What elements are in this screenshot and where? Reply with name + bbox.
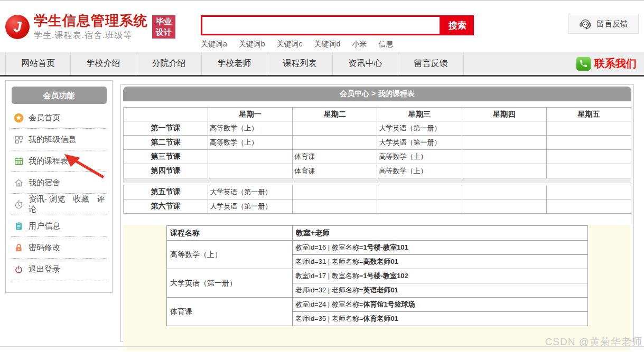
sidebar-title: 会员功能 xyxy=(12,87,107,104)
schedule-course-cell xyxy=(462,164,546,178)
sidebar-item-course-table[interactable]: 我的课程表 xyxy=(11,150,107,172)
schedule-course-cell xyxy=(462,150,546,164)
schedule-day-header: 星期一 xyxy=(208,108,293,121)
news-clock-icon xyxy=(14,199,24,210)
schedule-course-cell xyxy=(546,164,631,178)
schedule-course-cell: 高等数学（上） xyxy=(377,164,462,178)
schedule-body-morning: 第一节课高等数学（上）大学英语（第一册）第二节课高等数学（上）大学英语（第一册）… xyxy=(124,121,631,178)
main-nav: 网站首页学校介绍分院介绍学校老师课程列表资讯中心留言反馈 联系我们 xyxy=(0,52,644,77)
feedback-button[interactable]: 留言反馈 xyxy=(568,14,639,34)
logout-power-icon xyxy=(14,264,24,274)
schedule-header-row: 星期一星期二星期三星期四星期五 xyxy=(124,108,631,121)
schedule-course-cell xyxy=(546,121,631,136)
sidebar-item-news[interactable]: 资讯- 浏览 收藏 评论 xyxy=(11,194,107,215)
schedule-course-cell: 高等数学（上） xyxy=(377,150,462,164)
graduation-badge: 毕业 设计 xyxy=(152,15,175,39)
sidebar-item-label: 用户信息 xyxy=(29,221,60,231)
sidebar-item-label: 密码修改 xyxy=(29,243,60,253)
schedule-section: 星期一星期二星期三星期四星期五 第一节课高等数学（上）大学英语（第一册）第二节课… xyxy=(123,107,631,214)
schedule-course-cell xyxy=(546,199,631,214)
class-info-icon xyxy=(14,135,24,145)
detail-info-cell: 教室id=24 | 教室名称=体育馆1号篮球场 xyxy=(293,298,588,312)
schedule-course-cell xyxy=(546,150,631,164)
schedule-slot-label: 第五节课 xyxy=(124,185,208,199)
nav-item-4[interactable]: 学校老师 xyxy=(202,52,267,75)
detail-row: 高等数学（上）教室id=16 | 教室名称=1号楼-教室101 xyxy=(167,241,588,255)
member-home-icon xyxy=(14,113,24,123)
sidebar-item-class-info[interactable]: 我的班级信息 xyxy=(11,129,107,150)
nav-item-6[interactable]: 资讯中心 xyxy=(333,52,398,75)
sidebar-item-label: 资讯- 浏览 收藏 评论 xyxy=(29,194,107,214)
sidebar-item-logout[interactable]: 退出登录 xyxy=(11,259,107,280)
site-subtitle: 学生.课程表.宿舍.班级等 xyxy=(34,30,148,41)
sidebar-item-dorm[interactable]: 我的宿舍 xyxy=(11,172,107,194)
header: J 学生信息管理系统 学生.课程表.宿舍.班级等 毕业 设计 搜索 关键词a关键… xyxy=(0,1,644,52)
sidebar-item-label: 会员首页 xyxy=(29,113,60,123)
contact-us-label: 联系我们 xyxy=(594,56,637,71)
detail-info-prefix: 老师id=35 | 老师名称= xyxy=(295,315,363,322)
nav-item-7[interactable]: 留言反馈 xyxy=(398,52,464,75)
detail-info-cell: 老师id=32 | 老师名称=英语老师01 xyxy=(293,283,588,298)
customer-service-icon xyxy=(578,17,592,31)
schedule-break-band xyxy=(123,178,631,183)
course-table-icon xyxy=(14,156,24,166)
schedule-slot-label: 第三节课 xyxy=(124,150,208,164)
detail-info-value: 1号楼-教室102 xyxy=(363,272,408,280)
schedule-course-cell: 大学英语（第一册） xyxy=(208,199,293,214)
schedule-course-cell: 大学英语（第一册） xyxy=(377,136,462,150)
nav-item-1[interactable]: 网站首页 xyxy=(5,52,71,75)
detail-info-cell: 教室id=17 | 教室名称=1号楼-教室102 xyxy=(293,269,588,283)
site-title: 学生信息管理系统 xyxy=(34,13,148,28)
schedule-course-cell: 大学英语（第一册） xyxy=(208,185,293,199)
schedule-course-cell xyxy=(293,136,377,150)
schedule-body-afternoon: 第五节课大学英语（第一册）第六节课大学英语（第一册） xyxy=(124,185,631,214)
detail-row: 大学英语（第一册）教室id=17 | 教室名称=1号楼-教室102 xyxy=(167,269,588,283)
schedule-course-cell xyxy=(462,121,546,136)
sidebar-item-label: 我的宿舍 xyxy=(29,178,60,188)
schedule-course-cell xyxy=(293,121,377,136)
detail-course-name: 高等数学（上） xyxy=(167,241,293,269)
nav-item-2[interactable]: 学校介绍 xyxy=(71,52,136,75)
nav-items: 网站首页学校介绍分院介绍学校老师课程列表资讯中心留言反馈 xyxy=(5,52,464,75)
detail-info-prefix: 教室id=16 | 教室名称= xyxy=(295,243,363,251)
detail-info-cell: 教室id=16 | 教室名称=1号楼-教室101 xyxy=(293,241,588,255)
detail-info-value: 1号楼-教室101 xyxy=(363,243,408,251)
schedule-slot-label: 第二节课 xyxy=(124,136,208,150)
schedule-course-cell: 体育课 xyxy=(293,150,377,164)
sidebar-item-password[interactable]: 密码修改 xyxy=(11,237,107,259)
schedule-course-cell xyxy=(546,185,631,199)
search-keyword-1[interactable]: 关键词a xyxy=(201,40,227,49)
search-keyword-4[interactable]: 关键词d xyxy=(314,40,341,49)
search-keywords: 关键词a关键词b关键词c关键词d小米信息 xyxy=(201,40,474,49)
search-button[interactable]: 搜索 xyxy=(441,15,474,35)
search-keyword-5[interactable]: 小米 xyxy=(352,40,367,49)
schedule-day-header: 星期三 xyxy=(377,108,462,121)
detail-header-row: 课程名称 教室+老师 xyxy=(167,226,588,241)
user-info-icon xyxy=(14,221,24,231)
sidebar-item-member-home[interactable]: 会员首页 xyxy=(11,107,107,129)
sidebar-item-label: 我的课程表 xyxy=(29,156,68,166)
schedule-row: 第二节课高等数学（上）大学英语（第一册） xyxy=(124,136,631,150)
badge-line-1: 毕业 xyxy=(156,16,172,27)
detail-header-room-teacher: 教室+老师 xyxy=(293,226,588,241)
logo-link[interactable]: J 学生信息管理系统 学生.课程表.宿舍.班级等 毕业 设计 xyxy=(5,13,175,41)
schedule-course-cell xyxy=(546,136,631,150)
nav-item-3[interactable]: 分院介绍 xyxy=(136,52,202,75)
sidebar-item-user-info[interactable]: 用户信息 xyxy=(11,215,107,237)
password-lock-icon xyxy=(14,243,24,253)
search-keyword-2[interactable]: 关键词b xyxy=(239,40,265,49)
search-input[interactable] xyxy=(201,15,441,35)
phone-icon xyxy=(576,56,591,71)
schedule-day-header xyxy=(124,108,208,121)
schedule-slot-label: 第六节课 xyxy=(124,199,208,214)
detail-row: 体育课教室id=24 | 教室名称=体育馆1号篮球场 xyxy=(167,298,588,312)
contact-us-link[interactable]: 联系我们 xyxy=(576,52,637,75)
detail-info-prefix: 老师id=32 | 老师名称= xyxy=(295,286,363,294)
search-keyword-6[interactable]: 信息 xyxy=(378,40,393,49)
schedule-slot-label: 第四节课 xyxy=(124,164,208,178)
search-keyword-3[interactable]: 关键词c xyxy=(277,40,303,49)
sidebar-menu: 会员首页 我的班级信息 我的课程表 xyxy=(11,107,107,280)
schedule-course-cell xyxy=(208,150,293,164)
nav-item-5[interactable]: 课程列表 xyxy=(267,52,333,75)
schedule-course-cell xyxy=(462,185,546,199)
